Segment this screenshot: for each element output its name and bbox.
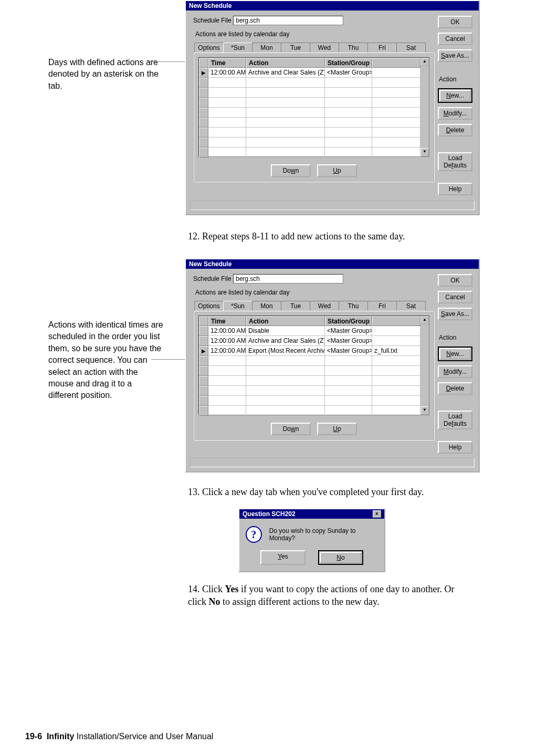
help-button[interactable]: Help [438, 441, 472, 454]
table-row[interactable] [199, 386, 420, 396]
up-button[interactable]: Up [317, 164, 357, 177]
tab-wed[interactable]: Wed [310, 43, 339, 52]
day-tabs: Options *Sun Mon Tue Wed Thu Fri Sat [194, 300, 473, 310]
tab-fri[interactable]: Fri [367, 301, 397, 311]
tab-mon[interactable]: Mon [252, 43, 281, 52]
tab-sun[interactable]: *Sun [223, 301, 252, 311]
save-as-button[interactable]: Save As... [438, 308, 472, 320]
scroll-up-icon[interactable]: ▲ [420, 58, 429, 66]
status-bar [190, 458, 475, 467]
table-row[interactable]: ▶ 12:00:00 AM Archive and Clear Sales (Z… [199, 68, 420, 78]
col-time: Time [208, 58, 246, 68]
down-button[interactable]: Down [271, 164, 311, 177]
scroll-down-icon[interactable]: ▼ [420, 148, 429, 156]
hint-text: Actions are listed by calendar day [195, 289, 473, 296]
col-action: Action [246, 58, 325, 68]
col-action: Action [246, 316, 325, 326]
action-group-label: Action [439, 334, 472, 341]
cell-action: Archive and Clear Sales (Z) [246, 68, 325, 78]
question-msgbox: Question SCH202 × ? Do you wish to copy … [238, 508, 385, 572]
cell-extra [372, 336, 420, 346]
load-defaults-button[interactable]: LoadDefaults [438, 152, 472, 171]
cancel-button[interactable]: Cancel [438, 291, 472, 303]
table-row[interactable] [199, 128, 420, 138]
cell-extra [372, 326, 420, 336]
grid-scrollbar[interactable]: ▲ ▼ [420, 316, 429, 415]
ok-button[interactable]: OK [438, 16, 472, 28]
col-station: Station/Group [325, 58, 372, 68]
cell-station: <Master Group> [325, 346, 372, 356]
cell-time: 12:00:00 AM [208, 68, 246, 78]
tab-sat[interactable]: Sat [396, 301, 426, 311]
new-button[interactable]: New... [438, 346, 472, 361]
load-defaults-button[interactable]: LoadDefaults [438, 411, 472, 429]
annotation-order: Actions with identical times are schedul… [48, 319, 164, 402]
cell-time: 12:00:00 AM [208, 346, 246, 356]
tab-sun[interactable]: *Sun [223, 43, 252, 52]
table-row[interactable]: ▶ 12:00:00 AM Export (Most Recent Archiv… [199, 346, 420, 356]
table-row[interactable] [199, 148, 420, 158]
actions-grid[interactable]: Time Action Station/Group 12:00:00 AM Di… [198, 316, 429, 415]
cell-extra [372, 68, 420, 78]
table-row[interactable]: 12:00:00 AM Archive and Clear Sales (Z) … [199, 336, 420, 346]
new-schedule-dialog-2: New Schedule Schedule File berg.sch Acti… [185, 258, 480, 472]
question-icon: ? [246, 526, 262, 543]
tab-tue[interactable]: Tue [281, 301, 310, 311]
up-button[interactable]: Up [317, 423, 357, 435]
table-row[interactable]: 12:00:00 AM Disable <Master Group> [199, 326, 420, 336]
schedule-file-label: Schedule File [193, 17, 233, 24]
close-icon[interactable]: × [373, 510, 381, 518]
side-button-column: OK Cancel Save As... Action New... Modif… [438, 16, 472, 195]
ok-button[interactable]: OK [438, 274, 472, 287]
schedule-file-input[interactable]: berg.sch [233, 16, 343, 25]
cell-station: <Master Group> [325, 68, 372, 78]
schedule-file-input[interactable]: berg.sch [233, 274, 343, 284]
table-row[interactable] [199, 396, 420, 406]
actions-grid[interactable]: Time Action Station/Group ▶ 12:00:00 AM … [198, 57, 429, 157]
no-button[interactable]: No [318, 550, 363, 565]
col-station: Station/Group [325, 316, 372, 326]
scroll-down-icon[interactable]: ▼ [420, 406, 429, 415]
table-row[interactable] [199, 376, 420, 386]
step-14-text: 14. Click Yes if you want to copy the ac… [188, 583, 466, 608]
action-group-label: Action [439, 76, 472, 83]
col-extra [372, 316, 420, 326]
row-indicator-icon: ▶ [199, 346, 208, 356]
table-row[interactable] [199, 366, 420, 376]
tab-mon[interactable]: Mon [252, 301, 281, 311]
row-indicator-icon: ▶ [199, 68, 208, 78]
tab-fri[interactable]: Fri [367, 43, 397, 52]
yes-button[interactable]: Yes [260, 550, 306, 565]
side-button-column: OK Cancel Save As... Action New... Modif… [438, 274, 472, 454]
scroll-up-icon[interactable]: ▲ [420, 316, 429, 324]
down-button[interactable]: Down [271, 423, 311, 435]
cancel-button[interactable]: Cancel [438, 33, 472, 45]
modify-button[interactable]: Modify... [438, 107, 472, 120]
new-button[interactable]: New... [438, 88, 472, 103]
help-button[interactable]: Help [438, 183, 472, 195]
tab-tue[interactable]: Tue [281, 43, 310, 52]
delete-button[interactable]: Delete [438, 382, 472, 395]
table-row[interactable] [199, 88, 420, 98]
grid-scrollbar[interactable]: ▲ ▼ [420, 58, 429, 156]
modify-button[interactable]: Modify... [438, 365, 472, 378]
tab-options[interactable]: Options [194, 301, 224, 311]
save-as-button[interactable]: Save As... [438, 49, 472, 62]
hint-text: Actions are listed by calendar day [195, 30, 473, 38]
cell-action: Export (Most Recent Archive) [246, 346, 325, 356]
tab-sat[interactable]: Sat [396, 43, 426, 52]
cell-station: <Master Group> [325, 326, 372, 336]
table-row[interactable] [199, 78, 420, 88]
tab-thu[interactable]: Thu [339, 301, 368, 311]
tab-wed[interactable]: Wed [310, 301, 339, 311]
table-row[interactable] [199, 118, 420, 128]
tab-options[interactable]: Options [194, 43, 224, 52]
table-row[interactable] [199, 406, 420, 416]
table-row[interactable] [199, 356, 420, 366]
table-row[interactable] [199, 98, 420, 108]
tab-thu[interactable]: Thu [339, 43, 368, 52]
table-row[interactable] [199, 138, 420, 148]
table-row[interactable] [199, 108, 420, 118]
delete-button[interactable]: Delete [438, 124, 472, 136]
schedule-file-label: Schedule File [193, 275, 233, 282]
